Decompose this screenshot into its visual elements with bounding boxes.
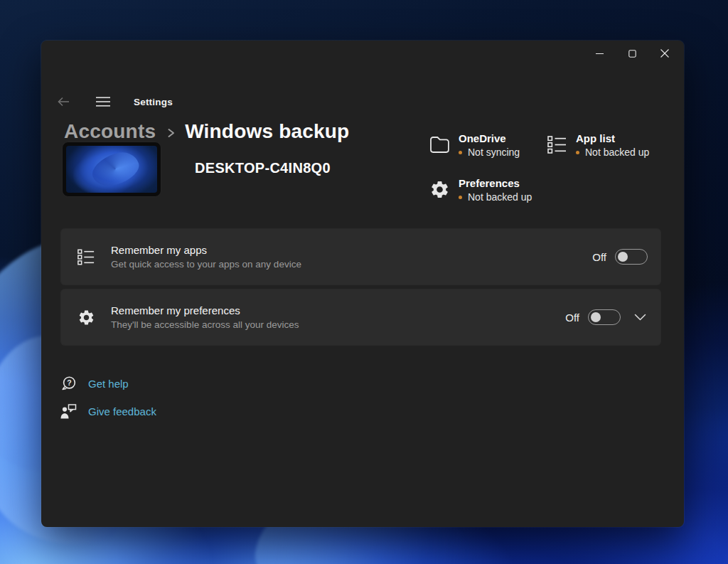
device-name: DESKTOP-C4IN8Q0 (195, 160, 331, 176)
give-feedback-link[interactable]: Give feedback (60, 403, 156, 420)
chevron-down-icon (634, 314, 646, 321)
card-title: Remember my apps (111, 243, 592, 257)
gear-icon (77, 308, 95, 326)
breadcrumb-separator (167, 127, 175, 139)
window-caption-controls (583, 42, 681, 66)
app-list-icon (77, 248, 95, 266)
give-feedback-label: Give feedback (88, 405, 156, 417)
status-item-app-list: App list Not backed up (546, 132, 649, 158)
minimize-icon (596, 50, 604, 58)
warning-dot (576, 151, 579, 154)
status-item-onedrive: OneDrive Not syncing (429, 132, 546, 158)
device-thumbnail (62, 142, 161, 197)
card-remember-my-preferences: Remember my preferences They'll be acces… (61, 289, 660, 345)
close-button[interactable] (648, 42, 681, 65)
status-item-preferences: Preferences Not backed up (429, 176, 546, 203)
maximize-icon (628, 50, 636, 58)
expand-card-button[interactable] (632, 309, 648, 325)
status-label: OneDrive (459, 132, 506, 144)
card-subtitle: They'll be accessible across all your de… (111, 319, 565, 331)
toggle-thumb (591, 312, 601, 322)
status-label: Preferences (459, 177, 520, 189)
breadcrumb-accounts[interactable]: Accounts (64, 120, 156, 143)
status-value: Not backed up (468, 191, 532, 203)
minimize-button[interactable] (583, 42, 616, 65)
app-list-icon (546, 134, 567, 155)
remember-preferences-toggle[interactable] (588, 309, 621, 325)
warning-dot (459, 151, 462, 154)
get-help-label: Get help (88, 378, 129, 390)
gear-icon (429, 179, 450, 200)
toggle-state-label: Off (565, 312, 579, 324)
feedback-icon (60, 403, 77, 420)
folder-icon (429, 134, 450, 155)
device-wallpaper-preview (66, 146, 157, 193)
maximize-button[interactable] (616, 42, 648, 65)
status-value: Not backed up (585, 147, 649, 158)
svg-text:?: ? (67, 378, 71, 386)
card-subtitle: Get quick access to your apps on any dev… (111, 258, 592, 271)
footer-links: ? Get help Give feedback (60, 375, 156, 430)
close-icon (660, 49, 669, 58)
settings-window: Settings Accounts Windows backup DESKTOP… (41, 41, 684, 527)
help-icon: ? (60, 375, 77, 392)
status-value: Not syncing (468, 147, 520, 158)
get-help-link[interactable]: ? Get help (60, 375, 156, 392)
page-title: Windows backup (185, 120, 349, 143)
toggle-thumb (618, 252, 628, 262)
toggle-state-label: Off (592, 251, 606, 263)
breadcrumb: Accounts Windows backup (64, 80, 349, 143)
chevron-right-icon (167, 127, 175, 139)
card-title: Remember my preferences (111, 304, 565, 318)
card-remember-my-apps: Remember my apps Get quick access to you… (61, 229, 660, 284)
status-label: App list (576, 132, 615, 144)
remember-apps-toggle[interactable] (615, 249, 648, 265)
settings-cards: Remember my apps Get quick access to you… (61, 229, 660, 350)
backup-status-grid: OneDrive Not syncing App list (429, 132, 649, 203)
warning-dot (459, 196, 462, 199)
